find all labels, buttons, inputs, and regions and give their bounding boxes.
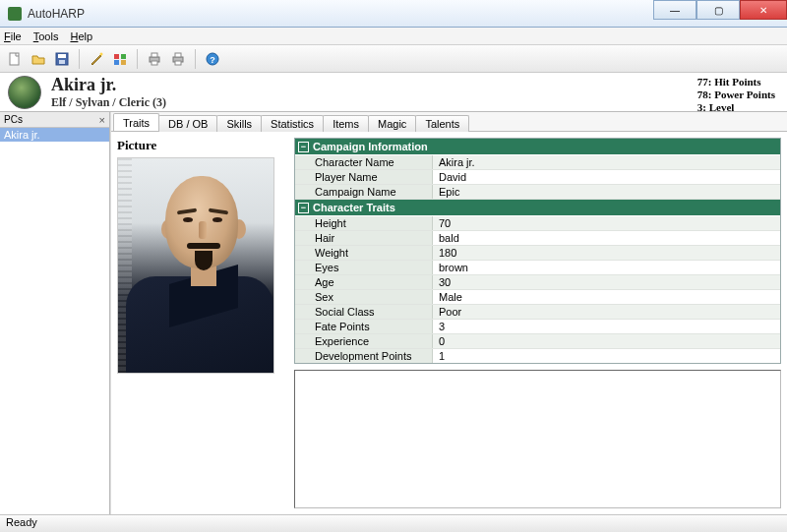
- tab-talents[interactable]: Talents: [415, 115, 469, 132]
- property-section-header[interactable]: −Character Traits: [295, 200, 780, 216]
- statusbar: Ready: [0, 514, 787, 532]
- property-row[interactable]: Fate Points3: [295, 320, 780, 334]
- main-area: Traits DB / OB Skills Statistics Items M…: [110, 112, 787, 514]
- property-value[interactable]: Epic: [433, 185, 780, 199]
- new-button[interactable]: [4, 48, 26, 70]
- property-row[interactable]: Weight180: [295, 246, 780, 261]
- property-key: Age: [295, 275, 433, 289]
- help-button[interactable]: ?: [202, 48, 223, 70]
- description-box[interactable]: [294, 370, 781, 508]
- svg-rect-8: [121, 60, 126, 65]
- property-value[interactable]: 0: [433, 334, 780, 348]
- tab-statistics[interactable]: Statistics: [261, 115, 324, 132]
- picture-label: Picture: [117, 138, 284, 153]
- property-row[interactable]: Eyesbrown: [295, 261, 780, 275]
- property-key: Weight: [295, 246, 433, 260]
- svg-rect-5: [114, 54, 119, 59]
- property-key: Hair: [295, 231, 433, 245]
- property-key: Character Name: [295, 155, 433, 169]
- header-stats: 77: Hit Points 78: Power Points 3: Level: [697, 76, 775, 114]
- hp-value: 77:: [697, 76, 712, 88]
- property-row[interactable]: Hairbald: [295, 231, 780, 246]
- collapse-icon[interactable]: −: [298, 203, 309, 213]
- open-button[interactable]: [28, 48, 49, 70]
- property-key: Development Points: [295, 349, 433, 363]
- property-row[interactable]: Player NameDavid: [295, 170, 780, 185]
- toolbar-separator: [137, 49, 138, 69]
- svg-rect-13: [175, 53, 181, 57]
- print-preview-button[interactable]: [167, 48, 189, 70]
- svg-rect-10: [151, 53, 157, 57]
- property-value[interactable]: 70: [433, 216, 780, 230]
- tab-db-ob[interactable]: DB / OB: [158, 115, 217, 132]
- property-row[interactable]: Campaign NameEpic: [295, 185, 780, 200]
- tab-skills[interactable]: Skills: [216, 115, 262, 132]
- tab-strip: Traits DB / OB Skills Statistics Items M…: [111, 112, 787, 132]
- tab-items[interactable]: Items: [323, 115, 369, 132]
- property-value[interactable]: 180: [433, 246, 780, 260]
- harp-logo-icon: [8, 76, 41, 109]
- character-header: Akira jr. Elf / Sylvan / Cleric (3) 77: …: [0, 73, 787, 112]
- svg-rect-14: [175, 61, 181, 65]
- pcs-list[interactable]: Akira jr.: [0, 128, 109, 514]
- property-value[interactable]: 3: [433, 320, 780, 333]
- palette-button[interactable]: [109, 48, 131, 70]
- property-value[interactable]: 1: [433, 349, 780, 363]
- property-value[interactable]: Poor: [433, 305, 780, 319]
- maximize-button[interactable]: ▢: [696, 0, 740, 20]
- property-key: Sex: [295, 290, 433, 304]
- tab-content-traits: Picture −Campaign InformationCharacter N…: [111, 132, 787, 514]
- property-value[interactable]: Akira jr.: [433, 155, 780, 169]
- save-button[interactable]: [51, 48, 73, 70]
- property-row[interactable]: Character NameAkira jr.: [295, 155, 780, 170]
- tab-traits[interactable]: Traits: [113, 113, 159, 131]
- window-title: AutoHARP: [28, 7, 85, 21]
- svg-rect-11: [151, 61, 157, 65]
- property-key: Fate Points: [295, 320, 433, 333]
- status-text: Ready: [6, 516, 37, 528]
- property-key: Eyes: [295, 261, 433, 274]
- property-row[interactable]: SexMale: [295, 290, 780, 305]
- wand-button[interactable]: [86, 48, 107, 70]
- hp-label: Hit Points: [714, 76, 760, 88]
- svg-rect-6: [121, 54, 126, 59]
- window-titlebar: AutoHARP — ▢ ✕: [0, 0, 787, 28]
- property-row[interactable]: Age30: [295, 275, 780, 290]
- collapse-icon[interactable]: −: [298, 142, 309, 152]
- workspace: PCs × Akira jr. Traits DB / OB Skills St…: [0, 112, 787, 514]
- property-key: Player Name: [295, 170, 433, 184]
- pcs-panel-close-icon[interactable]: ×: [99, 114, 105, 126]
- menubar: File Tools Help: [0, 28, 787, 45]
- pcs-panel-header: PCs ×: [0, 112, 109, 128]
- tab-magic[interactable]: Magic: [368, 115, 416, 132]
- svg-rect-2: [58, 54, 66, 58]
- property-value[interactable]: David: [433, 170, 780, 184]
- property-value[interactable]: 30: [433, 275, 780, 289]
- property-value[interactable]: brown: [433, 261, 780, 274]
- character-portrait[interactable]: [117, 157, 274, 374]
- close-button[interactable]: ✕: [740, 0, 787, 20]
- menu-file[interactable]: File: [4, 30, 22, 42]
- pp-value: 78:: [697, 89, 712, 100]
- app-icon: [8, 7, 22, 21]
- pc-list-item[interactable]: Akira jr.: [0, 128, 109, 142]
- property-section-header[interactable]: −Campaign Information: [295, 139, 780, 155]
- print-button[interactable]: [144, 48, 165, 70]
- menu-help[interactable]: Help: [70, 30, 92, 42]
- pcs-panel-title: PCs: [4, 114, 23, 125]
- property-row[interactable]: Social ClassPoor: [295, 305, 780, 320]
- property-row[interactable]: Development Points1: [295, 349, 780, 364]
- property-value[interactable]: Male: [433, 290, 780, 304]
- property-grid[interactable]: −Campaign InformationCharacter NameAkira…: [294, 138, 781, 364]
- character-subtitle: Elf / Sylvan / Cleric (3): [51, 95, 166, 110]
- property-key: Experience: [295, 334, 433, 348]
- property-value[interactable]: bald: [433, 231, 780, 245]
- minimize-button[interactable]: —: [653, 0, 696, 20]
- menu-tools[interactable]: Tools: [33, 30, 59, 42]
- property-row[interactable]: Experience0: [295, 334, 780, 349]
- property-row[interactable]: Height70: [295, 216, 780, 231]
- property-key: Campaign Name: [295, 185, 433, 199]
- toolbar-separator: [195, 49, 196, 69]
- property-key: Height: [295, 216, 433, 230]
- character-name: Akira jr.: [51, 75, 166, 95]
